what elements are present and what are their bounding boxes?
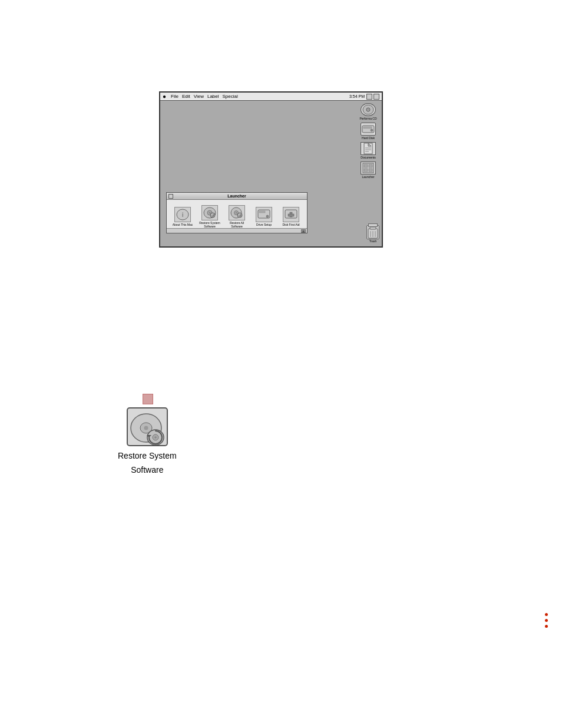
- svg-point-42: [144, 426, 148, 430]
- svg-rect-34: [259, 211, 265, 213]
- svg-rect-12: [364, 164, 368, 167]
- large-restore-icon-wrapper[interactable]: Restore System Software: [118, 407, 177, 475]
- launcher-item-disk-first-aid[interactable]: Disk First Aid: [279, 207, 303, 226]
- dot-2: [545, 619, 548, 622]
- menu-bar: ● File Edit View Label Special 3:54 PM: [160, 93, 382, 101]
- hard-disk-label: Hard Disk: [362, 136, 375, 140]
- performa-cd-icon[interactable]: Performa CD: [357, 103, 379, 120]
- apple-menu[interactable]: ●: [163, 93, 166, 100]
- launcher-item-restore-system[interactable]: ↺ Restore System Software: [197, 205, 222, 228]
- launcher-window: Launcher i About This Mac: [166, 192, 308, 233]
- menu-items: File Edit View Label Special: [171, 94, 346, 99]
- launcher-image: [361, 162, 376, 174]
- svg-rect-17: [370, 227, 376, 229]
- monitor-icon: [373, 94, 379, 100]
- svg-point-30: [236, 212, 237, 213]
- resize-handle[interactable]: ⊞: [301, 229, 306, 233]
- large-icon-section: Restore System Software: [118, 407, 177, 475]
- dot-1: [545, 613, 548, 616]
- restore-all-icon: ↺: [229, 205, 245, 220]
- view-menu[interactable]: View: [194, 94, 204, 99]
- launcher-item-restore-all[interactable]: ↺ Restore All Software: [224, 205, 249, 228]
- mac-screenshot: ● File Edit View Label Special 3:54 PM: [159, 91, 383, 248]
- large-restore-label: Restore System Software: [118, 447, 177, 475]
- svg-point-25: [209, 212, 211, 213]
- disk-first-aid-label: Disk First Aid: [282, 223, 299, 226]
- launcher-item-about[interactable]: i About This Mac: [170, 207, 195, 226]
- cd-drive-image: [361, 103, 376, 116]
- restore-system-label: Restore System Software: [197, 221, 222, 228]
- desktop-icons: Performa CD Hard Disk: [357, 103, 379, 179]
- launcher-item-drive-setup[interactable]: Drive Setup: [252, 207, 276, 226]
- launcher-title: Launcher: [227, 194, 246, 198]
- svg-point-2: [368, 109, 369, 110]
- svg-point-35: [266, 215, 269, 218]
- svg-text:↺: ↺: [211, 213, 214, 217]
- hd-image: [361, 123, 376, 136]
- launcher-desktop-label: Launcher: [362, 175, 375, 179]
- restore-system-icon: ↺: [201, 205, 218, 220]
- dot-3: [545, 625, 548, 628]
- label-menu[interactable]: Label: [207, 94, 219, 99]
- launcher-titlebar: Launcher: [167, 193, 307, 200]
- restore-all-label: Restore All Software: [224, 221, 249, 228]
- svg-point-5: [371, 129, 373, 131]
- hard-disk-icon[interactable]: Hard Disk: [357, 123, 379, 140]
- launcher-desktop-icon[interactable]: Launcher: [357, 162, 379, 179]
- svg-rect-13: [369, 164, 372, 167]
- edit-menu[interactable]: Edit: [182, 94, 190, 99]
- about-label: About This Mac: [173, 223, 193, 226]
- launcher-bottom-bar: ⊞: [167, 228, 307, 233]
- trash-image: [366, 225, 379, 239]
- trash-icon[interactable]: Trash: [366, 225, 379, 243]
- documents-icon[interactable]: Documents: [357, 142, 379, 159]
- large-cd-restore-icon: [126, 407, 168, 447]
- launcher-close-box[interactable]: [168, 194, 173, 199]
- drive-setup-icon: [256, 207, 272, 222]
- svg-rect-4: [363, 127, 372, 129]
- documents-label: Documents: [361, 156, 375, 159]
- battery-icon: [366, 94, 372, 100]
- svg-text:i: i: [182, 212, 183, 218]
- trash-label: Trash: [369, 239, 377, 243]
- large-icon-label-line1: Restore System: [118, 450, 177, 461]
- disk-first-aid-icon: [283, 207, 299, 222]
- svg-rect-38: [288, 214, 294, 216]
- performa-cd-label: Performa CD: [359, 117, 376, 120]
- selection-indicator: [143, 394, 153, 404]
- documents-image: [361, 142, 376, 155]
- drive-setup-label: Drive Setup: [256, 223, 272, 226]
- scroll-dots-indicator: [545, 613, 548, 628]
- about-icon: i: [174, 207, 191, 222]
- svg-point-45: [154, 436, 157, 439]
- svg-text:↺: ↺: [239, 213, 242, 217]
- svg-rect-15: [369, 169, 372, 172]
- file-menu[interactable]: File: [171, 94, 178, 99]
- special-menu[interactable]: Special: [223, 94, 238, 99]
- large-icon-label-line2: Software: [118, 465, 177, 475]
- clock-display: 3:54 PM: [349, 94, 379, 100]
- svg-rect-14: [364, 169, 368, 172]
